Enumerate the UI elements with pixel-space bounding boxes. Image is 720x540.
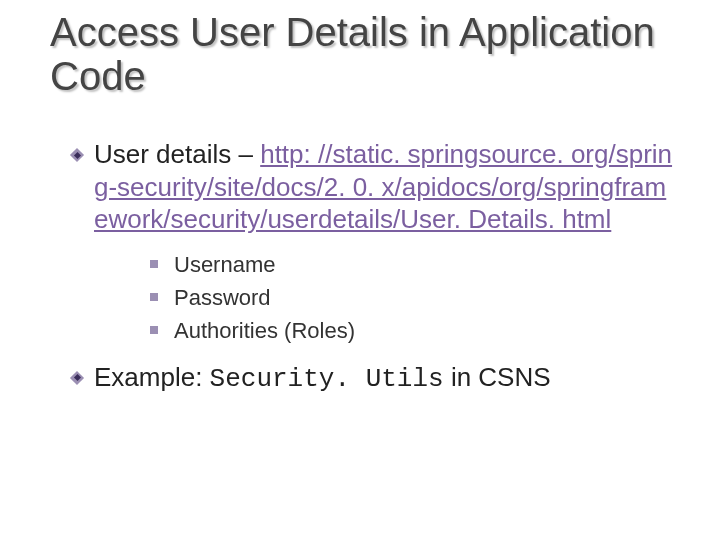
square-bullet-icon [150, 260, 158, 268]
example-code: Security. Utils [210, 364, 444, 394]
sub-item-label: Password [174, 281, 271, 314]
sub-item-username: Username [150, 248, 680, 281]
square-bullet-icon [150, 326, 158, 334]
sub-item-authorities: Authorities (Roles) [150, 314, 680, 347]
bullet-text: Example: Security. Utils in CSNS [94, 361, 551, 396]
sub-item-label: Username [174, 248, 275, 281]
bullet-list-level1: User details – http: //static. springsou… [70, 138, 680, 395]
slide: Access User Details in Application Code … [0, 0, 720, 540]
bullet-item-user-details: User details – http: //static. springsou… [70, 138, 680, 236]
bullet-list-level2: Username Password Authorities (Roles) [150, 248, 680, 347]
slide-title: Access User Details in Application Code [50, 10, 680, 98]
diamond-bullet-icon [70, 371, 84, 385]
user-details-label: User details – [94, 139, 260, 169]
bullet-item-example: Example: Security. Utils in CSNS [70, 361, 680, 396]
example-prefix: Example: [94, 362, 210, 392]
square-bullet-icon [150, 293, 158, 301]
bullet-text: User details – http: //static. springsou… [94, 138, 680, 236]
diamond-bullet-icon [70, 148, 84, 162]
sub-item-password: Password [150, 281, 680, 314]
sub-item-label: Authorities (Roles) [174, 314, 355, 347]
example-suffix: in CSNS [444, 362, 551, 392]
